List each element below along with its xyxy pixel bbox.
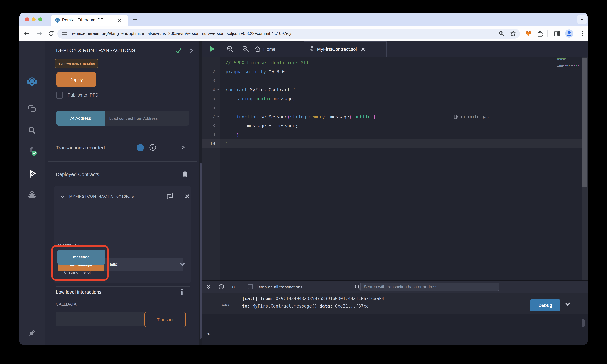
debug-button[interactable]: Debug — [530, 299, 560, 311]
copy-address-icon[interactable] — [166, 192, 173, 200]
terminal-search-input[interactable]: Search with transaction hash or address — [360, 283, 499, 291]
code-editor[interactable]: 1// SPDX-License-Identifier: MIT2pragma … — [202, 57, 588, 280]
code-text: string public message; — [226, 96, 295, 101]
contract-collapse-chevron-icon[interactable] — [60, 195, 65, 198]
terminal-log-entry[interactable]: CALL [call] from: 0x9Cf934043aD350758391… — [202, 293, 588, 314]
line-number: 4 — [202, 87, 215, 92]
log-expand-chevron-icon[interactable] — [565, 302, 571, 306]
divider — [56, 286, 190, 286]
remix-iconbar — [19, 41, 45, 345]
line-number: 7 — [202, 114, 215, 119]
line-number: 10 — [202, 141, 215, 146]
gas-annotation: infinite gas — [454, 114, 489, 119]
extensions-puzzle-icon[interactable] — [537, 30, 543, 37]
contract-title: MYFIRSTCONTRACT AT 0X10F...5 — [69, 195, 134, 198]
tab-title: Remix - Ethereum IDE — [62, 18, 103, 22]
transactions-info-icon[interactable] — [149, 144, 156, 151]
search-plugin-icon[interactable] — [27, 125, 37, 135]
code-line-10[interactable]: 10} — [202, 139, 581, 148]
set-message-input[interactable]: Hello! — [104, 258, 183, 271]
panel-collapse-chevron-icon[interactable] — [189, 48, 193, 53]
zoom-page-icon[interactable] — [499, 31, 505, 37]
terminal-scrollbar-thumb[interactable] — [581, 319, 585, 327]
collapse-terminal-icon[interactable] — [207, 284, 211, 289]
editor-scrollbar[interactable] — [581, 57, 588, 280]
url-bar[interactable]: remix.ethereum.org/#lang=en&optimize=fal… — [57, 29, 520, 39]
url-text[interactable]: remix.ethereum.org/#lang=en&optimize=fal… — [72, 31, 292, 36]
terminal-prompt[interactable]: > — [207, 331, 210, 337]
message-button[interactable]: message — [57, 250, 105, 265]
tab-file-active[interactable]: MyFirstContract.sol — [304, 41, 387, 57]
code-text: // SPDX-License-Identifier: MIT — [226, 60, 309, 65]
code-line-4[interactable]: 4contract MyFirstContract { — [202, 85, 581, 94]
transactions-expand-chevron-icon[interactable] — [182, 145, 185, 150]
divider — [48, 136, 197, 136]
browser-tab[interactable]: Remix - Ethereum IDE — [51, 15, 128, 26]
code-line-8[interactable]: 8 message = _message; — [202, 121, 581, 130]
zoom-in-icon[interactable] — [242, 46, 249, 52]
remix-logo-icon[interactable] — [27, 77, 37, 87]
run-script-play-icon[interactable] — [210, 46, 215, 52]
browser-menu-icon[interactable] — [579, 30, 585, 37]
calldata-label: CALLDATA — [56, 302, 77, 307]
panel-title: DEPLOY & RUN TRANSACTIONS — [56, 48, 135, 53]
deploy-run-icon-active[interactable] — [27, 168, 37, 179]
panel-scrollbar[interactable] — [199, 41, 202, 345]
tab-close-icon[interactable] — [118, 18, 122, 22]
transact-button[interactable]: Transact — [145, 312, 186, 327]
site-settings-icon[interactable] — [62, 31, 67, 36]
fold-chevron-icon[interactable] — [215, 115, 220, 118]
tab-search-chevron-icon[interactable] — [577, 14, 587, 24]
set-message-expand-chevron-icon[interactable] — [180, 262, 185, 266]
clear-console-icon[interactable] — [218, 284, 224, 290]
new-tab-icon[interactable] — [132, 17, 138, 22]
line-number: 5 — [202, 96, 215, 101]
browser-window: Remix - Ethereum IDE remix.ethereum.org/… — [19, 13, 588, 345]
code-line-7[interactable]: 7 function setMessage(string memory _mes… — [202, 112, 581, 121]
traffic-light-maximize[interactable] — [38, 17, 42, 21]
publish-ipfs-checkbox[interactable] — [56, 92, 63, 99]
solidity-compiler-icon[interactable] — [27, 146, 37, 156]
code-line-5[interactable]: 5 string public message; — [202, 94, 581, 103]
metamask-extension-icon[interactable] — [525, 30, 532, 37]
panel-check-icon — [175, 48, 182, 54]
deploy-button[interactable]: Deploy — [56, 72, 96, 87]
at-address-input[interactable]: Load contract from Address — [105, 111, 189, 126]
code-line-9[interactable]: 9 } — [202, 130, 581, 139]
tab-home[interactable]: Home — [255, 41, 276, 57]
remove-contract-icon[interactable] — [185, 194, 190, 199]
code-line-2[interactable]: 2pragma solidity ^0.8.0; — [202, 67, 581, 76]
code-line-3[interactable]: 3 — [202, 76, 581, 85]
publish-ipfs-label: Publish to IPFS — [68, 93, 98, 98]
bookmark-star-icon[interactable] — [510, 30, 516, 37]
panel-scrollbar-thumb[interactable] — [199, 163, 202, 339]
trash-icon[interactable] — [182, 171, 188, 177]
profile-avatar[interactable] — [565, 29, 574, 38]
zoom-out-icon[interactable] — [227, 46, 234, 52]
transactions-recorded-label: Transactions recorded — [56, 145, 105, 150]
editor-minimap[interactable] — [557, 58, 580, 70]
editor-toolbar: Home MyFirstContract.sol — [202, 41, 588, 57]
at-address-button[interactable]: At Address — [56, 111, 105, 126]
calldata-input[interactable] — [56, 312, 144, 326]
tab-file-close-icon[interactable] — [361, 47, 365, 51]
file-explorer-icon[interactable] — [27, 103, 37, 114]
terminal-search-icon — [355, 284, 360, 290]
forward-icon[interactable] — [36, 30, 42, 37]
fold-chevron-icon[interactable] — [215, 88, 220, 91]
terminal: 0 listen on all transactions Search with… — [202, 280, 588, 345]
editor-scrollbar-thumb[interactable] — [582, 58, 587, 187]
reload-icon[interactable] — [48, 30, 54, 37]
low-level-info-icon[interactable] — [180, 289, 184, 295]
call-type-badge: CALL — [222, 303, 230, 307]
back-icon[interactable] — [23, 30, 30, 37]
tab-file-label: MyFirstContract.sol — [317, 47, 357, 52]
debugger-icon[interactable] — [27, 190, 37, 200]
traffic-light-minimize[interactable] — [32, 17, 36, 21]
side-panel-icon[interactable] — [554, 30, 560, 37]
code-line-1[interactable]: 1// SPDX-License-Identifier: MIT — [202, 58, 581, 67]
listen-all-checkbox[interactable] — [248, 284, 253, 289]
code-line-6[interactable]: 6 — [202, 103, 581, 112]
traffic-light-close[interactable] — [25, 17, 29, 21]
plugin-manager-icon[interactable] — [27, 328, 37, 338]
